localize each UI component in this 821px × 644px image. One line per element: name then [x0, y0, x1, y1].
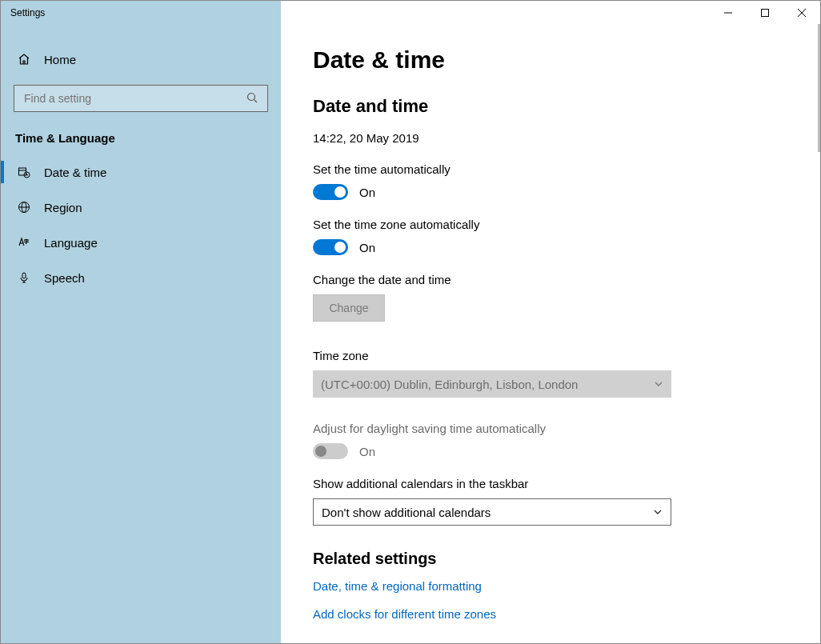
dst-toggle — [313, 443, 348, 459]
main-panel: Date & time Date and time 14:22, 20 May … — [281, 24, 820, 643]
link-regional-formatting[interactable]: Date, time & regional formatting — [313, 579, 788, 593]
close-icon — [798, 9, 806, 17]
search-box[interactable] — [14, 85, 268, 112]
nav-list: Date & time Region 字 Language — [14, 154, 268, 295]
nav-item-label: Region — [44, 201, 82, 214]
microphone-icon — [17, 271, 31, 284]
link-add-clocks[interactable]: Add clocks for different time zones — [313, 607, 788, 621]
maximize-icon — [761, 9, 769, 17]
auto-time-toggle[interactable] — [313, 184, 348, 200]
close-button[interactable] — [783, 1, 820, 24]
timezone-select[interactable]: (UTC+00:00) Dublin, Edinburgh, Lisbon, L… — [313, 370, 671, 398]
related-settings: Related settings Date, time & regional f… — [313, 550, 788, 621]
auto-timezone-toggle[interactable] — [313, 239, 348, 255]
search-icon — [246, 92, 259, 105]
svg-rect-16 — [22, 273, 26, 278]
window-title: Settings — [1, 7, 45, 18]
language-icon: 字 — [17, 236, 31, 249]
current-datetime: 14:22, 20 May 2019 — [313, 131, 788, 145]
nav-item-region[interactable]: Region — [14, 190, 268, 225]
timezone-value: (UTC+00:00) Dublin, Edinburgh, Lisbon, L… — [321, 378, 578, 391]
scrollbar[interactable] — [818, 24, 820, 152]
search-input[interactable] — [22, 91, 246, 106]
minimize-icon — [724, 9, 732, 17]
svg-rect-6 — [19, 168, 26, 175]
dst-label: Adjust for daylight saving time automati… — [313, 422, 788, 435]
chevron-down-icon — [653, 507, 663, 517]
auto-time-state: On — [359, 186, 375, 199]
svg-point-4 — [248, 94, 255, 101]
home-icon — [17, 53, 31, 66]
minimize-button[interactable] — [710, 1, 747, 24]
nav-item-label: Language — [44, 236, 98, 250]
calendar-clock-icon — [17, 166, 31, 178]
related-settings-head: Related settings — [313, 550, 788, 568]
dst-state: On — [359, 445, 375, 458]
svg-rect-1 — [762, 9, 769, 16]
nav-item-label: Speech — [44, 271, 85, 285]
svg-text:字: 字 — [24, 238, 29, 244]
change-datetime-label: Change the date and time — [313, 273, 788, 286]
nav-item-label: Date & time — [44, 166, 106, 179]
additional-calendars-value: Don't show additional calendars — [322, 506, 491, 519]
change-button[interactable]: Change — [313, 294, 385, 322]
auto-timezone-state: On — [359, 241, 375, 254]
additional-calendars-select[interactable]: Don't show additional calendars — [313, 498, 671, 526]
maximize-button[interactable] — [747, 1, 783, 24]
globe-icon — [17, 201, 31, 214]
settings-window: Settings Home — [0, 0, 821, 644]
section-date-and-time: Date and time — [313, 96, 788, 117]
sidebar: Home Time & Language Date & time — [1, 24, 281, 643]
additional-calendars-label: Show additional calendars in the taskbar — [313, 477, 788, 490]
auto-time-label: Set the time automatically — [313, 162, 788, 176]
home-label: Home — [44, 53, 76, 66]
nav-item-date-time[interactable]: Date & time — [14, 154, 268, 190]
svg-line-5 — [254, 100, 258, 103]
section-title: Time & Language — [15, 131, 268, 145]
chevron-down-icon — [654, 379, 663, 389]
nav-item-speech[interactable]: Speech — [14, 260, 268, 295]
nav-item-language[interactable]: 字 Language — [14, 225, 268, 260]
timezone-label: Time zone — [313, 349, 788, 362]
auto-timezone-label: Set the time zone automatically — [313, 218, 788, 231]
home-button[interactable]: Home — [14, 43, 268, 75]
titlebar: Settings — [1, 1, 820, 24]
page-title: Date & time — [313, 46, 788, 74]
window-controls — [710, 1, 820, 24]
